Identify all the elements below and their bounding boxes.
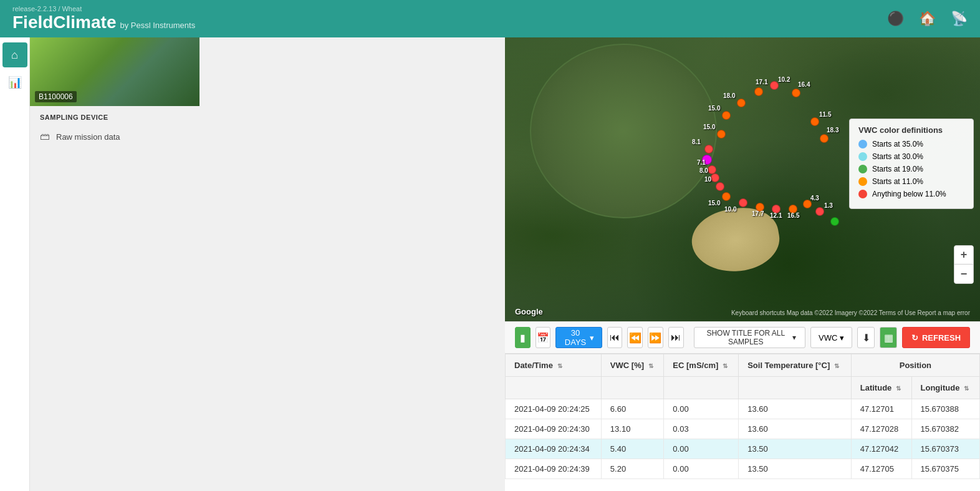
vwc-legend-item-0: Starts at 35.0% (858, 140, 964, 148)
table-cell: 13.50 (739, 459, 852, 479)
table-cell: 13.10 (601, 419, 664, 439)
table-row[interactable]: 2021-04-09 20:24:256.600.0013.6047.12701… (506, 399, 980, 419)
logo-subtitle: by Pessl Instruments (120, 21, 195, 30)
table-cell: 0.00 (664, 459, 739, 479)
col-subheader-datetime (506, 377, 602, 399)
table-header-row: Date/Time ⇅ VWC [%] ⇅ EC [mS/cm] ⇅ Soi (506, 354, 980, 377)
nav-chart[interactable]: 📊 (2, 70, 27, 95)
show-title-label: SHOW TITLE FOR ALL SAMPLES (703, 329, 789, 346)
skip-first-button[interactable]: ▮ (515, 327, 531, 348)
sample-dot[interactable] (815, 207, 824, 216)
sample-dot[interactable] (739, 198, 747, 207)
home-icon[interactable]: 🏠 (919, 11, 936, 27)
sample-dot[interactable] (820, 134, 829, 143)
grid-button[interactable]: ▦ (880, 327, 897, 348)
table-cell: 15.670388 (911, 399, 979, 419)
golf-circle (530, 44, 717, 218)
map-container[interactable]: 17.1 10.2 16.4 18.0 15.0 11.5 15.0 18.3 (505, 37, 980, 321)
col-header-position: Position (851, 354, 979, 377)
table-cell: 15.670375 (911, 459, 979, 479)
refresh-button[interactable]: ↻ REFRESH (902, 327, 970, 348)
signal-icon[interactable]: 📡 (951, 11, 968, 27)
col-header-longitude[interactable]: Longitude ⇅ (911, 377, 979, 399)
col-header-vwc[interactable]: VWC [%] ⇅ (601, 354, 664, 377)
period-button[interactable]: 30 DAYS ▾ (555, 327, 602, 348)
table-cell: 2021-04-09 20:24:30 (506, 419, 602, 439)
sample-label: 17.7 (752, 210, 764, 217)
sample-label: 10.2 (778, 76, 790, 83)
sample-dot[interactable] (770, 81, 779, 90)
grid-icon: ▦ (884, 332, 893, 344)
table-subheader-row: Latitude ⇅ Longitude ⇅ (506, 377, 980, 399)
show-title-dropdown-icon: ▾ (792, 333, 796, 342)
raw-mission-data-item[interactable]: 🗃 Raw mission data (30, 126, 505, 147)
sort-icon-lat: ⇅ (896, 385, 901, 392)
vwc-selector-button[interactable]: VWC ▾ (810, 327, 852, 348)
sample-dot[interactable] (704, 145, 713, 153)
data-table: Date/Time ⇅ VWC [%] ⇅ EC [mS/cm] ⇅ Soi (505, 354, 980, 479)
sample-dot[interactable] (754, 87, 763, 96)
table-cell: 5.40 (601, 439, 664, 459)
skip-first-nav-button[interactable]: ⏮ (607, 327, 623, 348)
sample-label: 10 (704, 176, 711, 183)
table-cell: 13.60 (739, 419, 852, 439)
sample-dot[interactable] (737, 99, 746, 107)
vwc-label: VWC (819, 333, 837, 343)
table-row[interactable]: 2021-04-09 20:24:345.400.0013.5047.12704… (506, 439, 980, 459)
table-body: 2021-04-09 20:24:256.600.0013.6047.12701… (506, 399, 980, 479)
vwc-label-3: Starts at 11.0% (872, 177, 923, 186)
sample-label: 8.1 (692, 139, 701, 145)
device-image: B1100006 (30, 37, 199, 106)
sample-label: 16.4 (798, 81, 810, 88)
col-header-ec[interactable]: EC [mS/cm] ⇅ (664, 354, 739, 377)
table-cell: 0.03 (664, 419, 739, 439)
sample-dot[interactable] (717, 130, 726, 139)
data-table-container: Date/Time ⇅ VWC [%] ⇅ EC [mS/cm] ⇅ Soi (505, 354, 980, 491)
table-cell: 15.670373 (911, 439, 979, 459)
sample-dot[interactable] (722, 192, 731, 201)
vwc-color-red (858, 190, 867, 198)
app-version: release-2.2.13 / Wheat (12, 5, 195, 12)
zoom-out-button[interactable]: − (954, 265, 973, 283)
zoom-in-button[interactable]: + (954, 246, 973, 265)
prev-fast-button[interactable]: ⏪ (627, 327, 643, 348)
download-button[interactable]: ⬇ (857, 327, 875, 348)
skip-last-button[interactable]: ⏭ (668, 327, 684, 348)
vwc-legend-title: VWC color definitions (858, 125, 964, 135)
show-title-button[interactable]: SHOW TITLE FOR ALL SAMPLES ▾ (694, 327, 806, 348)
vwc-legend: VWC color definitions Starts at 35.0% St… (849, 119, 974, 209)
next-fast-button[interactable]: ⏩ (648, 327, 663, 348)
sample-dot[interactable] (722, 111, 731, 120)
map-footer: Keyboard shortcuts Map data ©2022 Imager… (731, 309, 970, 316)
db-icon: 🗃 (40, 131, 50, 142)
table-cell: 47.12701 (851, 399, 911, 419)
vwc-legend-item-3: Starts at 11.0% (858, 177, 964, 186)
vwc-label-1: Starts at 30.0% (872, 152, 923, 161)
sample-dot-green[interactable] (830, 217, 839, 226)
col-header-soil-temp[interactable]: Soil Temperature [°C] ⇅ (739, 354, 852, 377)
table-row[interactable]: 2021-04-09 20:24:3013.100.0313.6047.1270… (506, 419, 980, 439)
col-header-datetime[interactable]: Date/Time ⇅ (506, 354, 602, 377)
vwc-legend-item-2: Starts at 19.0% (858, 165, 964, 173)
sample-dot[interactable] (810, 117, 819, 126)
table-row[interactable]: 2021-04-09 20:24:395.200.0013.5047.12705… (506, 459, 980, 479)
sample-label: 16.5 (787, 212, 799, 219)
table-cell: 2021-04-09 20:24:34 (506, 439, 602, 459)
sample-dot[interactable] (711, 173, 719, 182)
sample-label: 17.1 (756, 79, 767, 85)
nav-home[interactable]: ⌂ (2, 42, 27, 67)
calendar-button[interactable]: 📅 (536, 327, 551, 348)
sample-dot[interactable] (792, 89, 800, 97)
sample-dot[interactable] (708, 165, 716, 174)
sample-label: 15.0 (703, 124, 715, 130)
vwc-color-green (858, 165, 867, 173)
left-nav: ⌂ 📊 (0, 37, 30, 491)
zoom-controls: + − (954, 245, 974, 284)
period-dropdown-icon: ▾ (590, 333, 594, 343)
sample-label: 8.0 (699, 167, 708, 174)
sample-dot[interactable] (716, 182, 724, 191)
user-icon[interactable]: ⚫ (887, 11, 904, 27)
sort-icon-ec: ⇅ (723, 362, 728, 369)
col-header-latitude[interactable]: Latitude ⇅ (851, 377, 911, 399)
sample-label: 1.3 (824, 202, 833, 209)
